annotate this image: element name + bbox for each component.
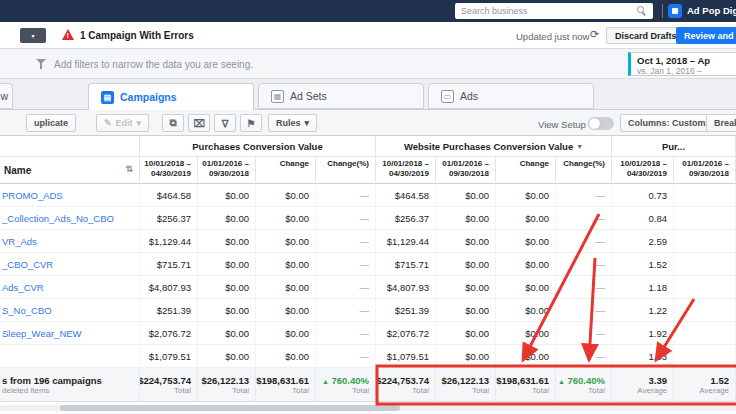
metric-cell: $0.00 [496, 207, 556, 229]
column-label: Change(%) [316, 159, 369, 169]
campaign-name-link[interactable]: Ads_CVR [0, 276, 140, 298]
footer-cell: $26,122.13Total [436, 368, 496, 401]
footer-value: $198,631.61 [496, 375, 549, 386]
column-label: Change(%) [556, 159, 605, 169]
up-arrow-icon: ▲ [558, 378, 565, 385]
discard-drafts-button[interactable]: Discard Drafts [606, 27, 686, 44]
footer-value: $224,753.74 [376, 375, 429, 386]
button-label: Rules [276, 118, 301, 128]
campaign-name-link[interactable]: S_No_CBO [0, 299, 140, 321]
campaign-name-link[interactable]: VR_Ads [0, 230, 140, 252]
footer-value: $26,122.13 [201, 375, 249, 386]
campaign-name-link[interactable]: _Collection_Ads_No_CBO [0, 207, 140, 229]
metric-cell: — [556, 253, 612, 275]
ad-sets-tab-icon: ▦ [271, 90, 284, 103]
footer-cell: ▲ 760.40%Total [316, 368, 376, 401]
metric-cell [674, 184, 736, 206]
footer-cell: $26,122.13Total [198, 368, 256, 401]
footer-sublabel: Average [699, 386, 729, 395]
business-app-icon[interactable] [668, 4, 682, 18]
column-header-change[interactable]: Change [256, 157, 316, 184]
metric-cell: — [556, 207, 612, 229]
column-header-date-a[interactable]: 10/01/2018 –04/30/2019 [612, 157, 674, 184]
footer-sublabel: Total [472, 386, 489, 395]
horizontal-scrollbar-thumb[interactable] [60, 405, 400, 411]
tab-ad-sets[interactable]: ▦ Ad Sets [258, 83, 424, 109]
metric-cell: $256.37 [376, 207, 436, 229]
group-header-purchase-roas[interactable]: Pur... [612, 136, 736, 157]
column-header-name[interactable]: Name ⇅ [0, 157, 140, 184]
table-row: PROMO_ADS$464.58$0.00$0.00—$464.58$0.00$… [0, 184, 736, 207]
metric-cell: $0.00 [198, 253, 256, 275]
metric-cell: $0.00 [496, 184, 556, 206]
tab-campaigns[interactable]: ▤ Campaigns [88, 83, 254, 110]
account-name[interactable]: Ad Pop Digital [687, 5, 736, 16]
delete-button[interactable]: ⌧ [188, 114, 210, 132]
column-header-date-b[interactable]: 01/01/2016 –09/30/2018 [198, 157, 256, 184]
group-label: Pur... [662, 141, 685, 152]
metric-cell: $0.00 [198, 230, 256, 252]
table-row: _CBO_CVR$715.71$0.00$0.00—$715.71$0.00$0… [0, 253, 736, 276]
tab-ads[interactable]: ▭ Ads [428, 83, 594, 109]
metric-cell: $0.00 [256, 253, 316, 275]
footer-cell: ▲ 760.40%Total [556, 368, 612, 401]
search-input[interactable]: Search business [455, 3, 653, 19]
refresh-icon[interactable]: ⟳ [590, 28, 599, 41]
metric-cell: — [316, 253, 376, 275]
metric-cell: 1.52 [612, 253, 674, 275]
funnel-icon: ∇ [222, 118, 229, 129]
footer-cell: $224,753.74Total [376, 368, 436, 401]
metric-cell: $4,807.93 [140, 276, 198, 298]
edit-button[interactable]: ✎ Edit ▾ [96, 114, 149, 132]
metric-cell [674, 322, 736, 344]
button-label: Columns: Custom [628, 118, 706, 128]
metric-cell: — [556, 299, 612, 321]
column-label: 04/30/2019 [376, 169, 429, 179]
group-header-website-purchases[interactable]: Website Purchases Conversion Value ▼ [376, 136, 612, 157]
campaign-name-link[interactable]: _CBO_CVR [0, 253, 140, 275]
sort-icon: ⇅ [125, 164, 133, 176]
group-header-purchases[interactable]: Purchases Conversion Value [140, 136, 376, 157]
table-body: PROMO_ADS$464.58$0.00$0.00—$464.58$0.00$… [0, 184, 736, 368]
column-header-date-a[interactable]: 10/01/2018 –04/30/2019 [140, 157, 198, 184]
rules-button[interactable]: Rules ▾ [268, 114, 317, 132]
column-label: 04/30/2019 [140, 169, 191, 179]
up-arrow-icon: ▲ [322, 378, 329, 385]
campaign-name-link[interactable]: PROMO_ADS [0, 184, 140, 206]
account-dropdown-button[interactable]: ▾ [20, 28, 46, 43]
metric-cell: $0.00 [198, 207, 256, 229]
date-range-picker[interactable]: Oct 1, 2018 – Ap vs. Jan 1, 2016 – [628, 52, 736, 76]
column-label: 09/30/2018 [436, 169, 489, 179]
column-header-date-b[interactable]: 01/01/2016 –09/30/2018 [674, 157, 736, 184]
table-toolbar: uplicate ✎ Edit ▾ ⧉ ⌧ ∇ ⚑ Rules ▾ View S… [0, 110, 736, 136]
column-header-change-pct[interactable]: Change(%) [556, 157, 612, 184]
copy-button[interactable]: ⧉ [162, 114, 184, 132]
column-label: 01/01/2016 – [674, 159, 729, 169]
column-header-date-b[interactable]: 01/01/2016 –09/30/2018 [436, 157, 496, 184]
metric-cell: $251.39 [140, 299, 198, 321]
table-row: S_No_CBO$251.39$0.00$0.00—$251.39$0.00$0… [0, 299, 736, 322]
metric-cell: $464.58 [376, 184, 436, 206]
clear-filter-button[interactable]: ∇ [214, 114, 236, 132]
results-note-label: deleted items [2, 386, 50, 395]
tag-button[interactable]: ⚑ [240, 114, 262, 132]
footer-sublabel: Total [232, 386, 249, 395]
ads-manager-screen: Search business Ad Pop Digital ▾ 1 Campa… [0, 0, 736, 414]
campaign-name-link[interactable] [0, 345, 140, 367]
review-publish-button[interactable]: Review and [676, 27, 736, 44]
column-header-change[interactable]: Change [496, 157, 556, 184]
breakdown-button[interactable]: Breakdown [706, 114, 736, 132]
metric-cell: $4,807.93 [376, 276, 436, 298]
tab-overview-partial[interactable]: w [0, 83, 13, 109]
add-filters-input[interactable]: Add filters to narrow the data you are s… [54, 59, 253, 70]
campaign-name-link[interactable]: Sleep_Wear_NEW [0, 322, 140, 344]
filter-bar: Add filters to narrow the data you are s… [0, 49, 736, 79]
column-header-date-a[interactable]: 10/01/2018 –04/30/2019 [376, 157, 436, 184]
campaign-errors-label[interactable]: 1 Campaign With Errors [80, 30, 194, 41]
metric-cell: 2.59 [612, 230, 674, 252]
duplicate-button[interactable]: uplicate [26, 114, 76, 132]
table-row: VR_Ads$1,129.44$0.00$0.00—$1,129.44$0.00… [0, 230, 736, 253]
view-setup-toggle[interactable] [588, 117, 614, 130]
metric-cell: $2,076.72 [376, 322, 436, 344]
column-header-change-pct[interactable]: Change(%) [316, 157, 376, 184]
